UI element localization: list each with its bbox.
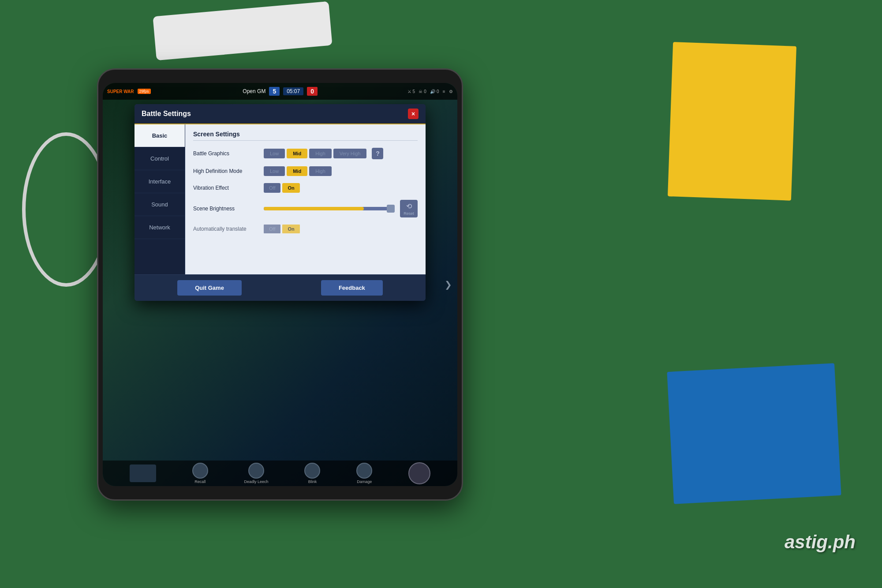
modal-sidebar: Basic Control Interface Sound Network (135, 124, 185, 274)
sidebar-tab-basic[interactable]: Basic (135, 124, 185, 147)
sidebar-tab-network[interactable]: Network (135, 216, 185, 239)
graphics-mid-btn[interactable]: Mid (287, 149, 307, 158)
hud-right-icons: ⚔ 5 ☠ 0 🔊 0 ≡ ⚙ (407, 89, 453, 94)
section-title: Screen Settings (193, 131, 418, 141)
attack-button[interactable] (408, 462, 430, 484)
battle-settings-modal: Battle Settings × Basic Control (135, 104, 426, 301)
brightness-slider-thumb[interactable] (387, 205, 395, 213)
watermark: astig.ph (785, 532, 856, 553)
phone: SUPER WAR 29fps Open GM 5 05:07 0 ⚔ 5 ☠ … (97, 68, 463, 501)
setting-brightness: Scene Brightness ⟲ Reset (193, 200, 418, 217)
vibration-off-btn[interactable]: Off (264, 183, 280, 193)
game-mode-label: Open GM (243, 88, 265, 94)
vibration-controls: Off On (264, 183, 300, 193)
skill-blink-icon (304, 463, 320, 479)
skill-deadly-leech-icon (248, 463, 264, 479)
skill-blink[interactable]: Blink (304, 463, 320, 484)
graphics-veryhigh-btn[interactable]: Very High (333, 149, 367, 158)
minimap (130, 464, 156, 482)
phone-screen: SUPER WAR 29fps Open GM 5 05:07 0 ⚔ 5 ☠ … (103, 83, 457, 486)
auto-translate-off-btn[interactable]: Off (264, 225, 280, 233)
modal-footer: Quit Game Feedback (135, 274, 426, 301)
graphics-low-btn[interactable]: Low (264, 149, 285, 158)
setting-vibration: Vibration Effect Off On (193, 183, 418, 193)
hd-high-btn[interactable]: High (309, 166, 332, 176)
brightness-slider-fill (264, 207, 364, 210)
vibration-label: Vibration Effect (193, 185, 264, 191)
skill-deadly-leech[interactable]: Deadly Leech (244, 463, 269, 484)
auto-translate-on-btn[interactable]: On (282, 225, 299, 233)
graphics-help-button[interactable]: ? (372, 148, 383, 159)
score-left: 5 (269, 87, 280, 96)
fps-indicator: 29fps (138, 89, 151, 94)
hd-mode-controls: Low Mid High (264, 166, 332, 176)
modal-body: Basic Control Interface Sound Network (135, 124, 426, 274)
quit-game-button[interactable]: Quit Game (177, 280, 242, 296)
hud-top-bar: SUPER WAR 29fps Open GM 5 05:07 0 ⚔ 5 ☠ … (103, 83, 457, 100)
graphics-high-btn[interactable]: High (309, 149, 332, 158)
hd-mode-label: High Definition Mode (193, 168, 264, 174)
brightness-controls: ⟲ Reset (264, 200, 418, 217)
modal-header: Battle Settings × (135, 104, 426, 124)
setting-battle-graphics: Battle Graphics Low Mid High Very High ? (193, 148, 418, 159)
modal-content-area: Screen Settings Battle Graphics Low Mid … (185, 124, 426, 274)
setting-auto-translate: Automatically translate Off On (193, 225, 418, 233)
sidebar-tab-sound[interactable]: Sound (135, 193, 185, 216)
skill-recall-icon (192, 463, 208, 479)
score-right: 0 (307, 87, 318, 96)
setting-hd-mode: High Definition Mode Low Mid High (193, 166, 418, 176)
skill-damage-icon (356, 463, 372, 479)
skill-damage[interactable]: Damage (356, 463, 372, 484)
modal-title: Battle Settings (142, 110, 191, 118)
sidebar-tab-control[interactable]: Control (135, 147, 185, 170)
hud-center: Open GM 5 05:07 0 (153, 87, 407, 96)
reset-label: Reset (404, 211, 414, 216)
brightness-label: Scene Brightness (193, 206, 264, 212)
modal-overlay: Battle Settings × Basic Control (103, 100, 457, 460)
hd-mid-btn[interactable]: Mid (287, 166, 307, 176)
yellow-book-decoration (668, 42, 796, 201)
hd-low-btn[interactable]: Low (264, 166, 285, 176)
reset-icon: ⟲ (406, 202, 412, 210)
sidebar-tab-interface[interactable]: Interface (135, 170, 185, 193)
game-timer: 05:07 (283, 87, 303, 95)
feedback-button[interactable]: Feedback (321, 280, 383, 296)
auto-translate-label: Automatically translate (193, 226, 264, 232)
vibration-on-btn[interactable]: On (282, 183, 299, 193)
hud-bottom-bar: Recall Deadly Leech Blink Damage (103, 461, 457, 486)
skill-recall[interactable]: Recall (192, 463, 208, 484)
auto-translate-controls: Off On (264, 225, 300, 233)
brightness-slider-track[interactable] (264, 207, 392, 210)
game-logo: SUPER WAR (107, 89, 134, 94)
modal-close-button[interactable]: × (408, 109, 419, 119)
battle-graphics-controls: Low Mid High Very High ? (264, 148, 383, 159)
blue-book-decoration (667, 363, 841, 504)
battle-graphics-label: Battle Graphics (193, 150, 264, 157)
brightness-reset-button[interactable]: ⟲ Reset (400, 200, 418, 217)
